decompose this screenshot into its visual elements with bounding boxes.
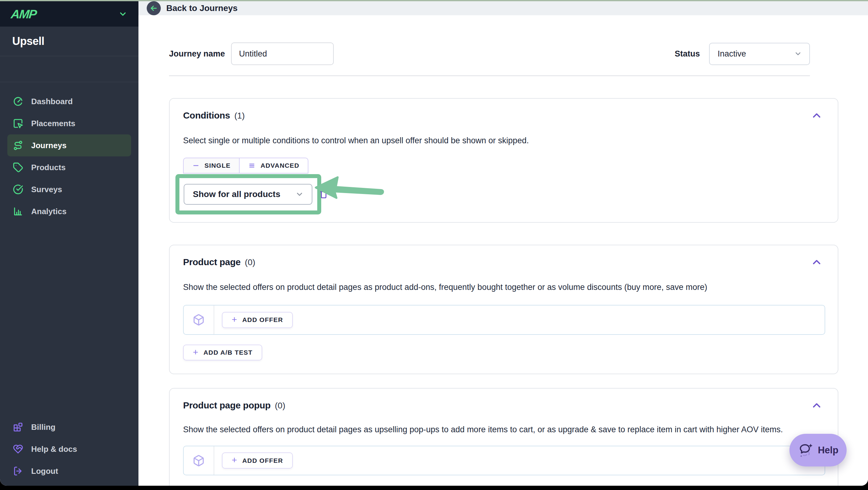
add-offer-button[interactable]: + ADD OFFER: [222, 312, 293, 328]
sidebar-footer-nav: Billing Help & docs Logout: [0, 416, 138, 482]
product-page-popup-card: Product page popup (0) Show the selected…: [169, 388, 838, 486]
sidebar-nav: Dashboard Placements Journeys: [0, 91, 138, 222]
chevron-down-icon: [295, 190, 304, 199]
bar-chart-icon: [13, 206, 23, 217]
sidebar-item-dashboard[interactable]: Dashboard: [0, 91, 138, 112]
sidebar-item-label: Products: [31, 163, 66, 172]
status-group: Status Inactive: [675, 43, 810, 65]
journey-header-row: Journey name Status Inactive: [169, 42, 810, 65]
product-page-title: Product page: [183, 257, 241, 267]
chevron-down-icon[interactable]: [118, 9, 127, 19]
sidebar-spacer: [0, 56, 138, 82]
header-divider: [169, 75, 810, 76]
condition-select[interactable]: Show for all products: [184, 184, 312, 205]
product-page-count: (0): [245, 258, 255, 267]
gauge-icon: [13, 96, 23, 107]
plus-icon: +: [193, 348, 199, 357]
journey-name-input[interactable]: [231, 42, 334, 65]
chevron-up-icon: [812, 402, 821, 409]
sidebar-item-billing[interactable]: Billing: [0, 416, 138, 438]
sidebar-item-products[interactable]: Products: [0, 156, 138, 178]
annotation-highlight-box: Show for all products: [176, 174, 321, 215]
tab-single-label: SINGLE: [205, 162, 230, 169]
popup-offer-slot: + ADD OFFER: [183, 446, 825, 475]
add-offer-label: ADD OFFER: [242, 316, 283, 324]
check-circle-icon: [13, 184, 23, 195]
sidebar-item-label: Journeys: [31, 141, 67, 150]
minus-icon: [192, 162, 199, 169]
collapse-conditions-button[interactable]: [811, 111, 822, 120]
conditions-title-row: Conditions (1): [183, 110, 824, 121]
tab-advanced-label: ADVANCED: [260, 162, 299, 169]
conditions-description: Select single or multiple conditions to …: [183, 136, 794, 145]
tab-single[interactable]: SINGLE: [183, 158, 240, 173]
menu-lines-icon: [248, 162, 255, 169]
arrow-left-icon: [150, 4, 158, 12]
status-value: Inactive: [718, 49, 746, 59]
heart-hands-icon: [13, 444, 23, 454]
sidebar-item-analytics[interactable]: Analytics: [0, 200, 138, 222]
sidebar-item-logout[interactable]: Logout: [0, 460, 138, 482]
sidebar-item-label: Dashboard: [31, 97, 73, 106]
content: Journey name Status Inactive: [138, 15, 868, 486]
offer-slot-icon-cell: [184, 305, 214, 334]
popup-title: Product page popup: [183, 400, 271, 411]
sidebar-item-label: Analytics: [31, 207, 67, 216]
sidebar-item-journeys[interactable]: Journeys: [7, 134, 131, 156]
sidebar-item-surveys[interactable]: Surveys: [0, 178, 138, 200]
popup-count: (0): [275, 401, 285, 411]
popup-add-offer-button[interactable]: + ADD OFFER: [222, 452, 293, 469]
plus-icon: +: [232, 455, 238, 465]
product-page-description: Show the selected offers on product deta…: [183, 283, 794, 292]
trash-icon: [319, 189, 328, 199]
delete-condition-button[interactable]: [319, 189, 328, 199]
add-ab-test-label: ADD A/B TEST: [204, 349, 253, 356]
route-icon: [13, 140, 23, 151]
chevron-up-icon: [812, 112, 821, 119]
conditions-title: Conditions: [183, 110, 230, 121]
package-cube-icon: [192, 454, 205, 467]
app-window: AMP Upsell Dashboard: [0, 0, 868, 490]
placement-cursor-icon: [13, 118, 23, 129]
back-button[interactable]: [147, 1, 161, 15]
product-title: Upsell: [12, 35, 44, 48]
popup-description: Show the selected offers on product deta…: [183, 425, 794, 434]
conditions-card: Conditions (1) Select single or multiple…: [169, 98, 838, 223]
sidebar-logo-header[interactable]: AMP: [0, 1, 138, 27]
sidebar: AMP Upsell Dashboard: [0, 1, 138, 486]
offer-slot: + ADD OFFER: [183, 305, 825, 335]
sidebar-item-placements[interactable]: Placements: [0, 112, 138, 134]
conditions-count: (1): [235, 111, 245, 121]
collapse-popup-button[interactable]: [811, 401, 822, 410]
main-area: Back to Journeys Journey name Status Ina…: [138, 1, 868, 486]
sidebar-item-help-docs[interactable]: Help & docs: [0, 438, 138, 460]
topbar: Back to Journeys: [138, 1, 868, 15]
app-frame: AMP Upsell Dashboard: [0, 1, 868, 486]
sidebar-item-label: Billing: [31, 423, 55, 432]
help-button[interactable]: Help: [789, 434, 847, 466]
blocks-icon: [13, 422, 23, 432]
status-label: Status: [675, 49, 700, 59]
product-page-card: Product page (0) Show the selected offer…: [169, 245, 838, 374]
add-ab-test-button[interactable]: + ADD A/B TEST: [183, 345, 262, 360]
journey-name-label: Journey name: [169, 49, 225, 59]
condition-row: Show for all products: [176, 174, 824, 216]
product-title-block: Upsell: [0, 27, 138, 56]
popup-add-offer-label: ADD OFFER: [242, 457, 283, 464]
tab-advanced[interactable]: ADVANCED: [239, 158, 308, 173]
condition-mode-tabs: SINGLE ADVANCED: [183, 158, 824, 173]
popup-title-row: Product page popup (0): [183, 400, 824, 411]
chevron-down-icon: [794, 50, 802, 58]
amp-logo: AMP: [10, 8, 37, 20]
back-label[interactable]: Back to Journeys: [166, 3, 238, 13]
sidebar-item-label: Help & docs: [31, 445, 77, 454]
sidebar-item-label: Logout: [31, 466, 58, 476]
plus-icon: +: [232, 315, 238, 324]
window-top-strip: [0, 0, 868, 1]
package-cube-icon: [192, 313, 205, 327]
logout-icon: [13, 466, 23, 476]
status-select[interactable]: Inactive: [709, 43, 810, 65]
chat-sparkle-icon: [798, 443, 814, 458]
collapse-product-page-button[interactable]: [811, 258, 822, 266]
popup-offer-slot-icon-cell: [184, 446, 214, 475]
